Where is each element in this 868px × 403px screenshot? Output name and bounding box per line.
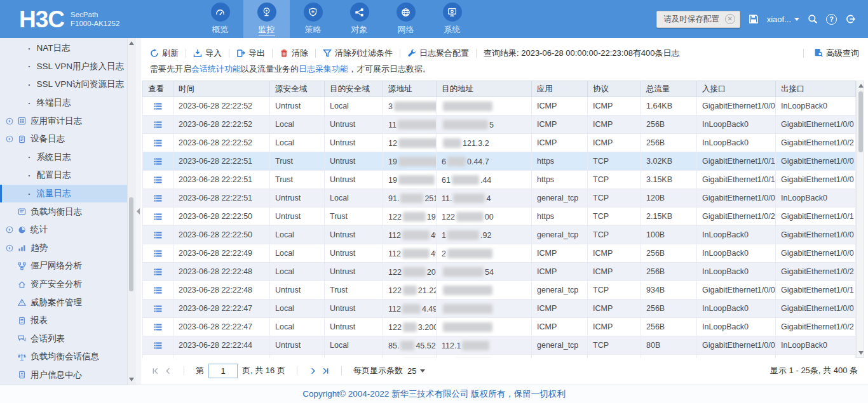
nav-item-overview[interactable]: 概览 [197,0,243,38]
column-header[interactable]: 目的地址 [437,81,532,97]
sidebar-item-nat-log[interactable]: NAT日志 [0,39,127,58]
column-header[interactable]: 目的安全域 [325,81,383,97]
scroll-up-icon[interactable] [858,84,864,88]
sidebar-scrollbar[interactable] [127,38,135,385]
last-page-button[interactable] [322,367,330,375]
sidebar-item-lb-session[interactable]: 负载均衡会话信息 [0,348,127,366]
sidebar-item-app-audit-log[interactable]: 应用审计日志 [0,112,127,130]
scroll-up-icon[interactable] [129,41,134,45]
sidebar-item-traffic-log[interactable]: 流量日志 [0,185,127,203]
per-page-select[interactable]: 25 [407,366,425,376]
scroll-down-icon[interactable] [129,378,134,381]
page-input[interactable] [208,364,238,378]
view-log-icon[interactable] [153,212,163,221]
sidebar-item-stats[interactable]: 统计 [0,221,127,239]
advanced-query-button[interactable]: 高级查询 [796,48,859,59]
sidebar-collapse-handle[interactable] [135,38,141,385]
sidebar-item-report[interactable]: 报表 [0,312,127,330]
sidebar-item-asset[interactable]: 资产安全分析 [0,275,127,294]
expand-icon[interactable] [6,117,13,125]
table-row[interactable]: 2023-06-28 22:22:48LocalUntrust12220054I… [143,263,856,281]
view-log-icon[interactable] [153,175,163,185]
view-log-icon[interactable] [153,286,163,295]
view-log-icon[interactable] [153,138,163,148]
view-log-icon[interactable] [153,341,163,350]
nav-item-network[interactable]: 网络 [383,0,429,38]
view-log-icon[interactable] [153,157,163,166]
view-cell [143,244,173,263]
view-log-icon[interactable] [153,267,163,277]
view-log-icon[interactable] [153,230,163,240]
table-row[interactable]: 2023-06-28 22:22:48UntrustTrust12221.226… [143,281,856,300]
expand-icon[interactable] [6,135,13,143]
table-row[interactable]: 2023-06-28 22:22:50UntrustTrust122198122… [143,208,856,226]
sidebar-scroll-thumb[interactable] [129,197,133,291]
logout-icon[interactable] [845,14,855,24]
sidebar-item-system-log[interactable]: 系统日志 [0,149,127,167]
nav-item-system[interactable]: 系统 [429,0,475,38]
save-icon[interactable] [749,14,759,24]
table-scrollbar[interactable] [856,81,864,358]
next-page-button[interactable] [309,367,317,375]
table-row[interactable]: 2023-06-28 22:22:50LocalUntrust112491.92… [143,226,856,244]
table-row[interactable]: 2023-06-28 22:22:52LocalUntrust12121.3.2… [143,134,856,152]
hint-link[interactable]: 日志采集功能 [299,64,348,74]
table-row[interactable]: 2023-06-28 22:22:44UntrustLocal85.45.521… [143,336,856,355]
export-button[interactable]: 导出 [236,48,265,59]
view-log-icon[interactable] [153,120,163,129]
column-header[interactable]: 源安全域 [270,81,325,97]
column-header[interactable]: 查看 [143,81,173,97]
prev-page-button[interactable] [164,367,172,375]
log-aggregate-button[interactable]: 日志聚合配置 [407,48,469,59]
sidebar-item-trend[interactable]: 趋势 [0,239,127,258]
column-header[interactable]: 总流量 [641,81,697,97]
column-header[interactable]: 协议 [588,81,641,97]
search-icon[interactable] [808,14,818,24]
table-row[interactable]: 2023-06-28 22:22:51TrustUntrust19361.44h… [143,171,856,189]
nav-item-object[interactable]: 对象 [336,0,383,38]
import-button[interactable]: 导入 [193,48,222,59]
view-log-icon[interactable] [153,102,163,111]
expand-icon[interactable] [6,226,13,234]
table-row[interactable]: 2023-06-28 22:22:49LocalUntrust112492ICM… [143,244,856,263]
clear-filter-button[interactable]: 清除列过滤条件 [323,48,393,59]
sidebar-item-terminal-log[interactable]: 终端日志 [0,94,127,112]
nav-item-monitor[interactable]: 监控 [243,0,290,38]
view-log-icon[interactable] [153,249,163,258]
view-log-icon[interactable] [153,194,163,203]
clear-button[interactable]: 清除 [280,48,308,59]
table-row[interactable]: 2023-06-28 22:22:52LocalUntrust115ICMPIC… [143,116,856,134]
close-icon[interactable]: ✕ [725,14,735,24]
sidebar-item-sslvpn-user[interactable]: SSL VPN用户接入日志 [0,58,127,76]
column-header[interactable]: 时间 [173,81,270,97]
table-scroll-thumb[interactable] [858,91,863,152]
column-header[interactable]: 入接口 [697,81,776,97]
table-row[interactable]: 2023-06-28 22:22:47LocalUntrust1223.200I… [143,318,856,336]
help-icon[interactable]: ? [826,14,837,25]
sidebar-item-threat[interactable]: 威胁案件管理 [0,293,127,312]
column-header[interactable]: 应用 [532,81,588,97]
column-header[interactable]: 源地址 [383,81,437,97]
sidebar-item-session-list[interactable]: 会话列表 [0,330,127,348]
table-row[interactable]: 2023-06-28 22:22:44UntrustTrust122112gen… [143,355,856,359]
sidebar-item-config-log[interactable]: 配置日志 [0,166,127,185]
sidebar-item-user-center[interactable]: 用户信息中心 [0,366,127,385]
view-log-icon[interactable] [153,322,163,332]
sidebar-item-botnet[interactable]: 僵尸网络分析 [0,257,127,275]
sidebar-item-sslvpn-res[interactable]: SSL VPN访问资源日志 [0,76,127,94]
table-row[interactable]: 2023-06-28 22:22:51TrustUntrust1960.44.7… [143,152,856,171]
nav-item-policy[interactable]: 策略 [290,0,336,38]
scroll-down-icon[interactable] [858,351,864,355]
expand-icon[interactable] [6,244,13,252]
sidebar-item-device-log[interactable]: 设备日志 [0,130,127,149]
table-row[interactable]: 2023-06-28 22:22:51UntrustLocal91.25111.… [143,189,856,208]
view-log-icon[interactable] [153,304,163,314]
column-header[interactable]: 出接口 [776,81,856,97]
user-menu[interactable]: xiaof... [767,15,799,24]
hint-link[interactable]: 会话统计功能 [191,64,241,74]
table-row[interactable]: 2023-06-28 22:22:52UntrustLocal3ICMPICMP… [143,97,856,116]
refresh-button[interactable]: 刷新 [150,48,179,59]
sidebar-item-lb-log[interactable]: 负载均衡日志 [0,202,127,221]
first-page-button[interactable] [151,367,159,375]
table-row[interactable]: 2023-06-28 22:22:47LocalUntrust1124.49IC… [143,300,856,318]
